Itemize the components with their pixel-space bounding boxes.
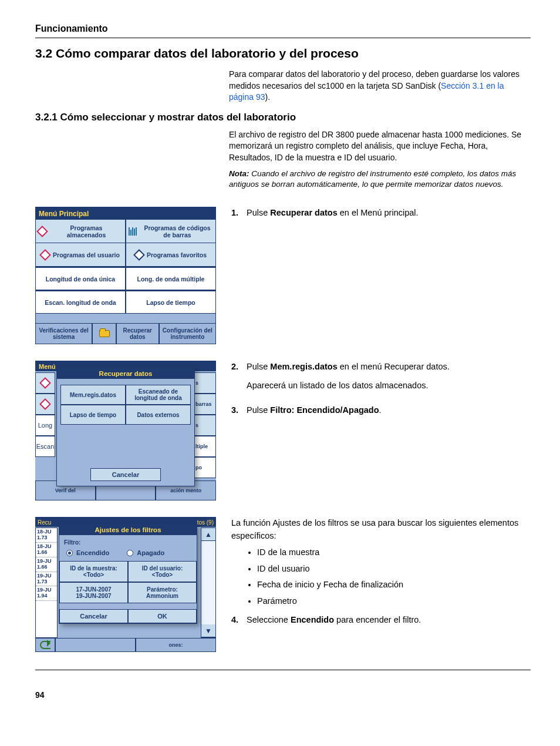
bg-frag: s: [194, 415, 216, 436]
t: Filtro: Encendido/Apagado: [270, 405, 379, 415]
btn-external-data[interactable]: Datos externos: [126, 405, 191, 425]
step-4: 4. Seleccione Encendido para encender el…: [231, 614, 531, 627]
menu-favorites[interactable]: Programas favoritos: [126, 243, 216, 267]
bg-frag: Escan: [35, 436, 55, 457]
btn-data-log[interactable]: Mem.regis.datos: [60, 385, 126, 405]
step-2: 2. Pulse Mem.regis.datos en el menú Recu…: [231, 361, 531, 398]
value: Ammonium: [146, 593, 178, 600]
footer-folder[interactable]: [92, 323, 116, 344]
screenshot-recall-data: Menú Long Escan s barras s ltiple po Ver…: [35, 361, 216, 500]
note-body: Cuando el archivo de registro del instru…: [229, 169, 516, 189]
diamond-icon: [39, 398, 51, 410]
label: Programas de códigos de barras: [141, 224, 213, 238]
step-number: 4.: [231, 614, 247, 627]
list-item: 18-JU 1.66: [36, 543, 57, 557]
radio-icon: [127, 550, 133, 556]
footer-instrument-setup[interactable]: Configuración del instrumento: [159, 323, 216, 344]
intro-tail: ).: [265, 92, 271, 102]
btn-user-id[interactable]: ID del usuario:<Todo>: [128, 561, 197, 582]
bg-frag: s: [194, 372, 216, 394]
bar-left: Recu: [38, 519, 51, 526]
filters-lead: La función Ajustes de los filtros se usa…: [231, 517, 531, 543]
bg-frag: Long: [35, 415, 55, 436]
list-item: 18-JU 1.73: [36, 528, 57, 543]
diamond-icon: [133, 249, 145, 261]
t: Aparecerá un listado de los datos almace…: [247, 379, 450, 392]
diamond-icon: [39, 377, 51, 389]
label: Apagado: [137, 549, 164, 556]
t: en el menú Recuperar datos.: [338, 362, 450, 371]
btn-cancel[interactable]: Cancelar: [59, 609, 128, 623]
menu-single-wavelength[interactable]: Longitud de onda única: [35, 267, 126, 290]
footer-recall-data[interactable]: Recuperar datos: [116, 323, 159, 344]
btn-date-range[interactable]: 17-JUN-200719-JUN-2007: [59, 582, 128, 603]
btn-parameter[interactable]: Parámetro:Ammonium: [128, 582, 197, 603]
list-item: 19-JU 1.66: [36, 557, 57, 572]
step-number: 3.: [231, 404, 247, 417]
filter-label: Filtro:: [64, 539, 80, 546]
label: ID del usuario:: [142, 565, 183, 572]
btn-wavelength-scan[interactable]: Escaneado de longitud de onda: [126, 385, 191, 405]
t: .: [379, 405, 382, 415]
section-heading: 3.2 Cómo comparar datos del laboratorio …: [35, 46, 531, 61]
radio-on[interactable]: Encendido: [66, 549, 109, 556]
list-item: 19-JU 1.94: [36, 586, 57, 601]
step-1: 1. Pulse Recuperar datos en el Menú prin…: [231, 207, 531, 220]
folder-icon: [99, 330, 110, 337]
t: Pulse: [247, 208, 270, 217]
bullet: ID del usuario: [257, 563, 531, 576]
barcode-icon: [129, 227, 138, 236]
screenshot-filter-settings: Recutos (9) 18-JU 1.73 18-JU 1.66 19-JU …: [35, 517, 216, 652]
label: Programas almacenados: [50, 224, 123, 238]
bg-frag: ltiple: [194, 436, 216, 457]
label: Encendido: [76, 549, 109, 556]
menu-wavelength-scan[interactable]: Escan. longitud de onda: [35, 290, 126, 314]
diamond-icon: [36, 226, 48, 237]
back-button[interactable]: [35, 638, 55, 652]
label: ID de la muestra:: [70, 565, 117, 572]
bg-frag: [55, 638, 136, 652]
t: Recuperar datos: [270, 208, 337, 217]
btn-sample-id[interactable]: ID de la muestra:<Todo>: [59, 561, 128, 582]
bg-frag: ones:: [136, 638, 216, 652]
intro-block: Para comparar datos del laboratorio y de…: [229, 69, 531, 103]
bullet: Fecha de inicio y Fecha de finalización: [257, 579, 531, 592]
back-arrow-icon: [40, 641, 50, 649]
footer-system-checks[interactable]: Verificaciones del sistema: [35, 323, 92, 344]
radio-off[interactable]: Apagado: [127, 549, 164, 556]
menu-multi-wavelength[interactable]: Long. de onda múltiple: [126, 267, 216, 290]
btn-time-course[interactable]: Lapso de tiempo: [60, 405, 126, 425]
bullet: ID de la muestra: [257, 546, 531, 559]
recall-data-dialog: Recuperar datos Mem.regis.datos Escanead…: [56, 368, 195, 486]
bullet: Parámetro: [257, 595, 531, 608]
t: Pulse: [247, 405, 270, 415]
label: Programas del usuario: [53, 251, 120, 258]
rule-top: [35, 38, 531, 38]
t: Encendido: [291, 615, 334, 624]
label: Parámetro:: [147, 586, 178, 593]
dialog-title: Recuperar datos: [57, 368, 194, 379]
menu-time-course[interactable]: Lapso de tiempo: [126, 290, 216, 314]
step-number: 1.: [231, 207, 247, 220]
t: Seleccione: [247, 615, 291, 624]
running-head: Funcionamiento: [35, 23, 531, 34]
subsection-heading: 3.2.1 Cómo seleccionar y mostrar datos d…: [35, 112, 531, 123]
screenshot-main-menu: Menú Principal Programas almacenados Pro…: [35, 207, 216, 344]
btn-ok[interactable]: OK: [128, 609, 197, 623]
menu-user-programs[interactable]: Programas del usuario: [35, 243, 126, 267]
bar-right: tos (9): [197, 519, 214, 526]
diamond-icon: [39, 249, 51, 261]
btn-cancel[interactable]: Cancelar: [90, 468, 161, 481]
menu-stored-programs[interactable]: Programas almacenados: [35, 220, 126, 243]
dialog-title: Ajustes de los filtros: [59, 525, 197, 535]
menu-barcode-programs[interactable]: Programas de códigos de barras: [126, 220, 216, 243]
radio-icon: [66, 550, 73, 556]
page-number: 94: [35, 690, 531, 700]
scroll-up-icon[interactable]: ▲: [201, 528, 215, 541]
scrollbar[interactable]: ▲ ▼: [201, 527, 216, 638]
t: Mem.regis.datos: [270, 362, 337, 371]
t: para encender el filtro.: [334, 615, 421, 624]
scroll-down-icon[interactable]: ▼: [201, 624, 215, 637]
rule-bottom: [35, 670, 531, 670]
value: <Todo>: [152, 572, 173, 579]
